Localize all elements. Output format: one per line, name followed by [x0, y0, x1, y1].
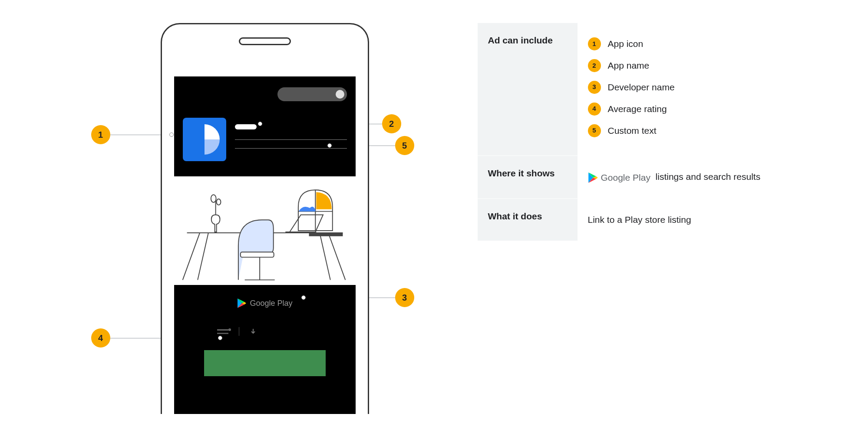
legend-item: 1 App icon: [588, 35, 771, 53]
svg-line-5: [198, 233, 208, 280]
callout-dot: [169, 132, 174, 137]
info-row-what-it-does: What it does Link to a Play store listin…: [478, 199, 782, 241]
callout-badge-5: 5: [395, 136, 414, 155]
svg-rect-12: [240, 252, 274, 257]
google-play-inline-logo: Google Play: [588, 169, 650, 186]
svg-line-7: [320, 233, 330, 280]
callout-badge-1: 1: [91, 125, 110, 144]
phone-earpiece: [239, 37, 291, 45]
google-play-brand: Google Play: [601, 169, 650, 186]
custom-text-line: [235, 148, 347, 149]
legend-badge: 2: [588, 59, 601, 72]
callout-badge-3: 3: [395, 288, 414, 307]
info-label: Ad can include: [478, 23, 578, 156]
callout-dot: [327, 143, 332, 148]
svg-line-6: [328, 233, 345, 280]
app-name-placeholder: [235, 124, 257, 129]
play-triangle-icon: [588, 172, 598, 183]
callout-dot: [258, 122, 262, 126]
svg-point-9: [211, 195, 216, 202]
download-arrow-icon: [250, 328, 257, 335]
legend-text: App name: [608, 57, 650, 74]
legend-badge: 5: [588, 124, 601, 137]
callout-badge-2: 2: [382, 114, 401, 133]
legend-text: App icon: [608, 35, 644, 53]
info-label: Where it shows: [478, 156, 578, 198]
ad-hero-illustration: [174, 176, 356, 285]
custom-text-line: [235, 139, 347, 140]
legend-item: 4 Average rating: [588, 100, 771, 118]
legend-item: 5 Custom text: [588, 122, 771, 139]
legend-item: 2 App name: [588, 57, 771, 74]
play-triangle-icon: [237, 298, 246, 308]
callout-badge-4: 4: [91, 328, 110, 348]
legend-badge: 1: [588, 37, 601, 50]
phone-diagram: 1 4 2 5 3: [87, 23, 391, 414]
callout-dot: [301, 295, 306, 300]
ad-header-area: [174, 76, 356, 176]
app-icon: [183, 118, 226, 161]
callout-dot: [218, 336, 222, 340]
info-row-where-shows: Where it shows Google Play listings and …: [478, 156, 782, 199]
ad-footer-area: Google Play: [174, 285, 356, 414]
svg-line-4: [182, 233, 199, 280]
phone-frame: Google Play: [161, 23, 369, 414]
legend-badge: 4: [588, 103, 601, 116]
info-panel: Ad can include 1 App icon 2 App name 3 D…: [478, 23, 782, 241]
info-label: What it does: [478, 199, 578, 241]
install-button: [204, 350, 326, 376]
what-it-does-text: Link to a Play store listing: [578, 199, 782, 241]
legend-badge: 3: [588, 81, 601, 94]
legend-text: Developer name: [608, 79, 675, 96]
legend-text: Average rating: [608, 100, 667, 118]
legend-text: Custom text: [608, 122, 657, 139]
info-row-can-include: Ad can include 1 App icon 2 App name 3 D…: [478, 23, 782, 156]
svg-rect-3: [309, 233, 343, 236]
toggle-placeholder: [277, 87, 347, 101]
legend-item: 3 Developer name: [588, 79, 771, 96]
phone-screen: Google Play: [174, 76, 356, 414]
svg-point-10: [216, 199, 221, 205]
rating-row: [217, 326, 313, 337]
google-play-label: Google Play: [250, 299, 292, 308]
where-shows-text: listings and search results: [656, 172, 761, 182]
google-play-logo: Google Play: [237, 298, 292, 308]
